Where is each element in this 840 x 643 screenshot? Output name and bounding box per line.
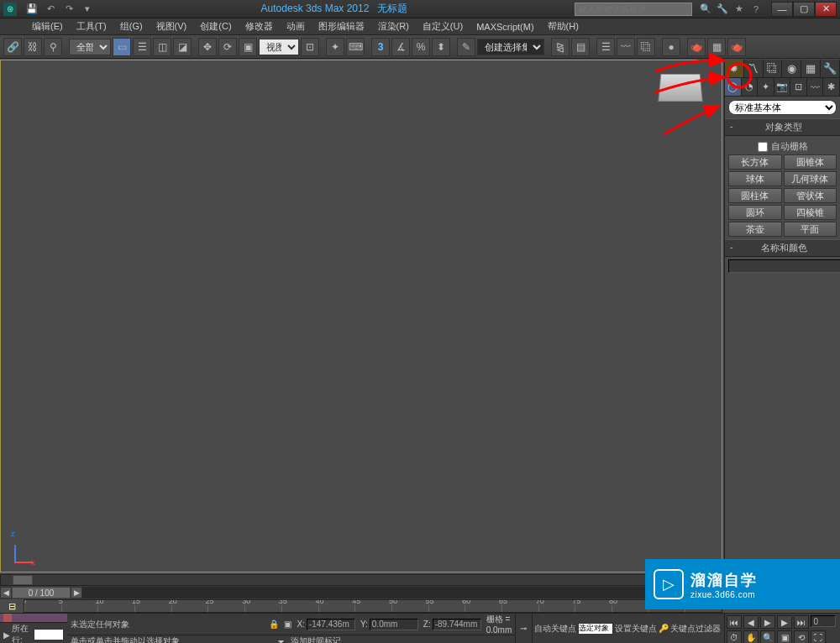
ts-prev-icon[interactable]: ◀ xyxy=(0,587,12,599)
menu-help[interactable]: 帮助(H) xyxy=(541,20,585,33)
modify-tab[interactable]: 〽 xyxy=(744,60,764,77)
select-object-icon[interactable]: ▭ xyxy=(113,38,131,56)
scale-icon[interactable]: ▣ xyxy=(239,38,257,56)
pivot-icon[interactable]: ⊡ xyxy=(301,38,319,56)
absolute-mode-icon[interactable]: ▣ xyxy=(284,619,291,629)
keyfilter-button[interactable]: 关键点过滤器 xyxy=(670,623,721,635)
pyramid-button[interactable]: 四棱锥 xyxy=(784,205,837,220)
menu-animation[interactable]: 动画 xyxy=(280,20,312,33)
rotate-icon[interactable]: ⟳ xyxy=(218,38,237,56)
edit-selection-set-icon[interactable]: ✎ xyxy=(457,38,475,56)
track-bar[interactable]: 0 5 10 15 20 25 30 35 40 45 50 55 60 65 … xyxy=(24,599,722,613)
tube-button[interactable]: 管状体 xyxy=(784,188,837,203)
percent-snap-icon[interactable]: % xyxy=(412,38,430,56)
render-frame-icon[interactable]: ▦ xyxy=(707,38,726,56)
qat-redo-icon[interactable]: ↷ xyxy=(62,3,76,16)
qat-undo-icon[interactable]: ↶ xyxy=(44,3,57,16)
help-icon[interactable]: ? xyxy=(749,3,763,16)
goto-end-icon[interactable]: ⏭ xyxy=(794,615,809,629)
geometry-subtab[interactable]: ◯ xyxy=(725,78,742,96)
layers-icon[interactable]: ☰ xyxy=(596,38,615,56)
menu-modifiers[interactable]: 修改器 xyxy=(239,20,280,33)
cylinder-button[interactable]: 圆柱体 xyxy=(728,188,782,203)
keyboard-shortcut-icon[interactable]: ⌨ xyxy=(346,38,365,56)
key-icon[interactable]: ⊸ xyxy=(520,624,527,633)
viewport[interactable]: z x xyxy=(0,60,722,572)
coord-y-input[interactable] xyxy=(370,619,418,630)
menu-views[interactable]: 视图(V) xyxy=(150,20,194,33)
window-crossing-icon[interactable]: ◪ xyxy=(173,38,192,56)
ts-next-icon[interactable]: ▶ xyxy=(71,587,82,599)
close-button[interactable]: ✕ xyxy=(815,2,837,17)
menu-edit[interactable]: 编辑(E) xyxy=(25,20,70,33)
angle-snap-icon[interactable]: ∡ xyxy=(391,38,410,56)
box-button[interactable]: 长方体 xyxy=(728,154,782,170)
maximize-button[interactable]: ▢ xyxy=(793,2,815,17)
keyfilters-icon[interactable]: 🔑 xyxy=(659,624,669,633)
wrench-icon[interactable]: 🔧 xyxy=(716,3,729,16)
mirror-icon[interactable]: ⧎ xyxy=(551,38,570,56)
binoculars-icon[interactable]: 🔍 xyxy=(699,3,712,16)
link-icon[interactable]: 🔗 xyxy=(3,38,22,56)
lock-selection-icon[interactable]: 🔒 xyxy=(269,619,279,629)
minimize-button[interactable]: — xyxy=(771,2,793,17)
current-frame-input[interactable] xyxy=(811,615,836,627)
create-tab[interactable]: ✹ xyxy=(725,60,744,77)
goto-start-icon[interactable]: ⏮ xyxy=(727,615,742,629)
teapot-button[interactable]: 茶壶 xyxy=(728,222,782,237)
curve-editor-icon[interactable]: 〰 xyxy=(617,38,635,56)
selection-filter-dropdown[interactable]: 全部 xyxy=(69,39,111,55)
name-color-rollout-header[interactable]: -名称和颜色 xyxy=(725,239,840,257)
zoom-extents-icon[interactable]: ▣ xyxy=(777,630,792,643)
hierarchy-tab[interactable]: ⿻ xyxy=(764,60,783,77)
menu-tools[interactable]: 工具(T) xyxy=(70,20,113,33)
display-tab[interactable]: ▦ xyxy=(801,60,821,77)
motion-tab[interactable]: ◉ xyxy=(782,60,801,77)
snap-toggle-icon[interactable]: 3 xyxy=(371,38,390,56)
category-dropdown[interactable]: 标准基本体 xyxy=(728,100,837,115)
helpers-subtab[interactable]: ⊡ xyxy=(790,78,807,96)
schematic-icon[interactable]: ⿻ xyxy=(637,38,655,56)
max-viewport-icon[interactable]: ⛶ xyxy=(811,630,826,643)
torus-button[interactable]: 圆环 xyxy=(728,205,782,220)
sphere-button[interactable]: 球体 xyxy=(728,171,782,186)
script-input[interactable] xyxy=(34,629,64,640)
next-frame-icon[interactable]: ▶ xyxy=(777,615,792,629)
bind-icon[interactable]: ⚲ xyxy=(44,38,62,56)
align-icon[interactable]: ▤ xyxy=(571,38,590,56)
manipulate-icon[interactable]: ✦ xyxy=(326,38,344,56)
plane-button[interactable]: 平面 xyxy=(784,222,837,237)
star-icon[interactable]: ★ xyxy=(732,3,746,16)
select-region-icon[interactable]: ◫ xyxy=(153,38,171,56)
render-icon[interactable]: 🫖 xyxy=(727,38,746,56)
unlink-icon[interactable]: ⛓ xyxy=(24,38,42,56)
script-caret-icon[interactable]: ▶ xyxy=(3,630,10,640)
search-input[interactable] xyxy=(575,3,692,16)
timetag-icon[interactable]: ⏷ xyxy=(277,637,286,644)
object-type-rollout-header[interactable]: -对象类型 xyxy=(725,118,840,136)
move-icon[interactable]: ✥ xyxy=(198,38,217,56)
select-name-icon[interactable]: ☰ xyxy=(133,38,151,56)
menu-group[interactable]: 组(G) xyxy=(113,20,150,33)
add-time-tag[interactable]: 添加时间标记 xyxy=(291,635,341,643)
menu-create[interactable]: 创建(C) xyxy=(193,20,238,33)
coord-z-input[interactable] xyxy=(433,619,481,630)
play-icon[interactable]: ▶ xyxy=(760,615,775,629)
cone-button[interactable]: 圆锥体 xyxy=(784,154,837,170)
setkey-button[interactable]: 设置关键点 xyxy=(615,623,657,635)
lights-subtab[interactable]: ✦ xyxy=(758,78,774,96)
render-setup-icon[interactable]: 🫖 xyxy=(687,38,706,56)
object-name-input[interactable] xyxy=(728,259,840,273)
prev-frame-icon[interactable]: ◀ xyxy=(743,615,759,629)
trackbar-toggle-icon[interactable]: ⊟ xyxy=(3,599,20,613)
time-slider-thumb[interactable]: 0 / 100 xyxy=(12,587,71,599)
menu-maxscript[interactable]: MAXScript(M) xyxy=(470,22,540,32)
shapes-subtab[interactable]: ◔ xyxy=(742,78,759,96)
autokey-button[interactable]: 自动关键点 xyxy=(534,623,576,635)
time-config-icon[interactable]: ⏱ xyxy=(727,630,742,643)
cameras-subtab[interactable]: 📷 xyxy=(774,78,791,96)
viewport-hscrollbar[interactable] xyxy=(0,574,722,586)
material-editor-icon[interactable]: ● xyxy=(662,38,680,56)
viewcube[interactable] xyxy=(647,65,714,124)
time-slider[interactable]: ◀ 0 / 100 ▶ xyxy=(0,586,722,599)
